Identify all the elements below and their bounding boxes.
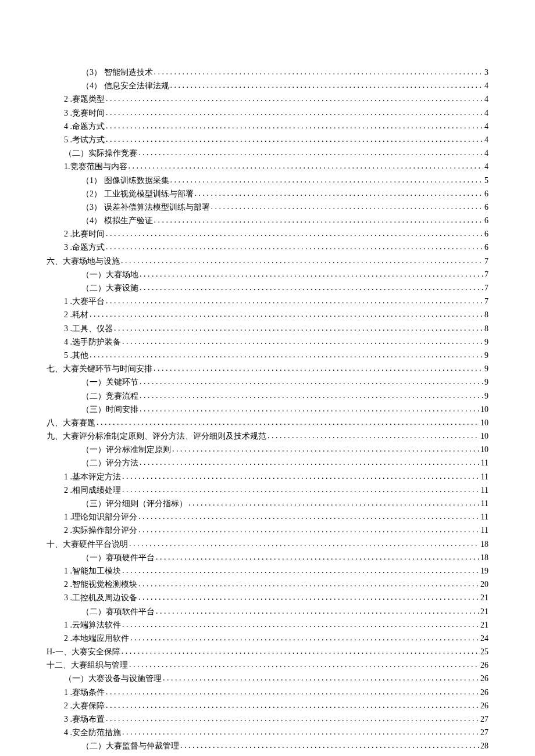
toc-entry-label: （一）大赛设备与设施管理 (64, 673, 163, 685)
toc-entry-page: 11 (480, 512, 488, 523)
toc-leader-dots (106, 296, 483, 304)
toc-entry-page: 11 (480, 472, 488, 483)
toc-leader-dots (122, 336, 483, 345)
toc-entry: （一）大赛设备与设施管理26 (47, 673, 488, 685)
toc-leader-dots (188, 498, 480, 506)
toc-entry-label: 九、大赛评分标准制定原则、评分方法、评分细则及技术规范 (47, 431, 268, 442)
toc-entry-label: 4 .选手防护装备 (64, 337, 122, 348)
toc-entry-page: 25 (479, 647, 488, 658)
toc-leader-dots (180, 740, 479, 748)
toc-leader-dots (154, 215, 484, 223)
toc-entry-page: 9 (483, 337, 488, 348)
toc-entry-label: （二）竞赛流程 (81, 391, 140, 402)
toc-entry: 1 .云端算法软件21 (47, 619, 488, 631)
toc-entry: 2 .实际操作部分评分11 (47, 525, 488, 536)
toc-leader-dots (140, 404, 479, 412)
toc-entry: 3 .命题方式6 (47, 242, 488, 253)
toc-entry: 2 .本地端应用软件24 (47, 633, 488, 644)
toc-entry: 七、大赛关键环节与时间安排9 (47, 363, 488, 375)
toc-entry: 1 .智能加工模块19 (47, 565, 488, 577)
toc-entry-label: 十二、大赛组织与管理 (47, 660, 129, 671)
toc-entry: 4 .安全防范措施27 (47, 727, 488, 739)
toc-entry-label: 1 .云端算法软件 (64, 620, 122, 631)
toc-entry-page: 7 (483, 296, 488, 307)
toc-entry-page: 6 (483, 216, 488, 227)
toc-leader-dots (129, 660, 479, 668)
toc-entry-label: （一）赛项硬件平台 (81, 553, 156, 564)
toc-entry-label: 5 .考试方式 (64, 135, 106, 146)
toc-entry-label: 六、大赛场地与设施 (47, 256, 121, 267)
toc-entry-page: 18 (479, 539, 488, 550)
toc-entry-label: 1 .基本评定方法 (64, 472, 122, 483)
toc-leader-dots (130, 633, 479, 641)
toc-entry: 六、大赛场地与设施7 (47, 256, 488, 267)
toc-entry: （一）评分标准制定原则10 (47, 444, 488, 456)
toc-leader-dots (138, 511, 480, 519)
toc-leader-dots (106, 228, 483, 237)
toc-entry-label: 3 .命题方式 (64, 242, 106, 253)
toc-entry-label: 1 .大赛平台 (64, 296, 106, 307)
toc-leader-dots (106, 121, 483, 129)
toc-entry-label: （二）赛项软件平台 (81, 607, 156, 618)
toc-entry-label: 2 .本地端应用软件 (64, 633, 130, 644)
toc-leader-dots (114, 323, 483, 331)
toc-entry-page: 4 (483, 135, 488, 146)
toc-entry-page: 10 (479, 431, 488, 442)
toc-leader-dots (122, 646, 479, 654)
toc-entry: 2 .大赛保障26 (47, 700, 488, 712)
toc-entry-label: （4） 模拟生产验证 (81, 216, 154, 227)
toc-entry-page: 11 (480, 458, 488, 469)
toc-entry: 2 .相同成绩处理11 (47, 485, 488, 496)
toc-leader-dots (268, 431, 479, 439)
toc-entry-label: 4 .安全防范措施 (64, 728, 122, 739)
toc-leader-dots (140, 377, 483, 385)
toc-entry-page: 28 (479, 741, 488, 752)
toc-entry-label: 八、大赛赛题 (47, 418, 97, 429)
toc-entry-label: 2 .实际操作部分评分 (64, 525, 138, 536)
toc-entry-page: 8 (483, 324, 488, 335)
toc-entry: （二）大赛监督与仲裁管理28 (47, 740, 488, 752)
toc-entry-page: 21 (479, 607, 488, 618)
toc-entry-label: 1 .智能加工模块 (64, 566, 122, 577)
toc-entry-page: 26 (479, 673, 488, 685)
toc-leader-dots (154, 363, 483, 371)
toc-entry-label: （二）实际操作竞赛 (64, 148, 138, 159)
toc-entry: 4 .选手防护装备9 (47, 336, 488, 348)
toc-leader-dots (122, 485, 480, 493)
toc-entry-label: （2） 工业视觉模型训练与部署 (81, 189, 195, 200)
toc-leader-dots (138, 592, 479, 600)
toc-entry: 1.竞赛范围与内容4 (47, 161, 488, 173)
toc-leader-dots (106, 242, 483, 250)
toc-entry: 2 .智能视觉检测模块20 (47, 579, 488, 590)
toc-leader-dots (106, 94, 483, 102)
toc-entry-page: 10 (479, 445, 488, 456)
toc-entry-page: 26 (479, 701, 488, 712)
toc-entry-page: 9 (483, 364, 488, 375)
toc-entry-label: 七、大赛关键环节与时间安排 (47, 364, 154, 375)
toc-entry-label: （二）评分方法 (81, 458, 140, 469)
toc-entry-page: 4 (483, 94, 488, 105)
toc-leader-dots (138, 579, 479, 587)
toc-entry-label: （二）大赛设施 (81, 283, 140, 294)
toc-leader-dots (106, 714, 479, 722)
toc-entry: H-一、大赛安全保障25 (47, 646, 488, 658)
toc-entry-page: 3 (483, 67, 488, 78)
toc-leader-dots (106, 108, 483, 116)
toc-entry-page: 27 (479, 714, 488, 725)
toc-entry: （3） 误差补偿算法模型训练与部署6 (47, 202, 488, 213)
toc-entry: （一）大赛场地7 (47, 269, 488, 281)
toc-entry-page: 11 (480, 525, 488, 536)
toc-entry-page: 27 (479, 728, 488, 739)
toc-entry: 十二、大赛组织与管理26 (47, 660, 488, 671)
toc-leader-dots (170, 80, 484, 88)
toc-entry: （三）评分细则（评分指标）11 (47, 498, 488, 510)
toc-entry-label: 2 .相同成绩处理 (64, 485, 122, 496)
toc-leader-dots (129, 539, 479, 547)
toc-entry-label: （1） 图像训练数据采集 (81, 175, 170, 187)
toc-leader-dots (122, 565, 479, 574)
toc-entry-page: 4 (483, 121, 488, 132)
toc-entry-label: （一）大赛场地 (81, 270, 140, 281)
toc-leader-dots (129, 161, 484, 169)
toc-entry: 1 .赛场条件26 (47, 687, 488, 698)
toc-entry: 5 .考试方式4 (47, 134, 488, 146)
